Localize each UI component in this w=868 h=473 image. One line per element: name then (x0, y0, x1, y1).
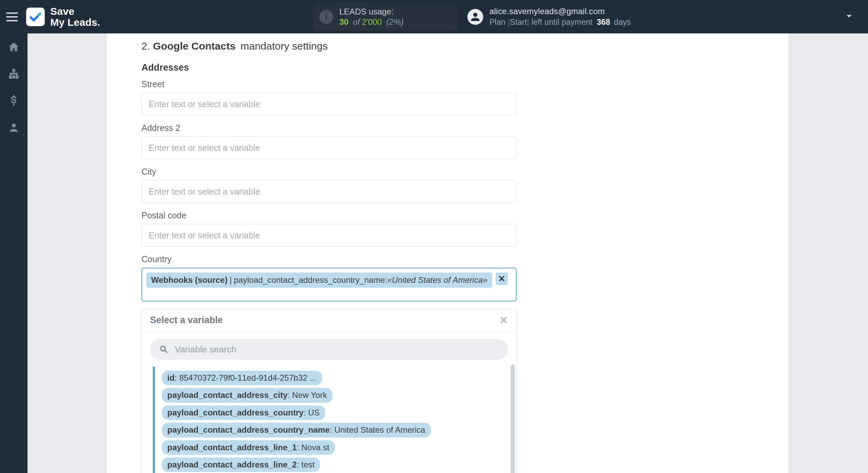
user-icon (8, 122, 20, 133)
dropdown-close-button[interactable]: ✕ (499, 314, 508, 326)
menu-toggle-button[interactable] (6, 10, 19, 23)
brand-line-2: My Leads. (50, 17, 100, 28)
label-city: City (141, 167, 517, 177)
brand-title: Save My Leads. (50, 6, 100, 28)
label-address2: Address 2 (141, 123, 517, 133)
label-postal: Postal code (141, 210, 517, 220)
dropdown-title: Select a variable (150, 315, 223, 326)
search-icon (159, 345, 169, 354)
settings-card: 2. Google Contacts mandatory settings Ad… (107, 33, 788, 473)
variable-search-box[interactable] (150, 339, 508, 360)
variable-option[interactable]: payload_contact_address_city: New York (162, 388, 508, 402)
field-city: City (141, 167, 517, 203)
chevron-down-icon (844, 11, 854, 21)
account-panel[interactable]: alice.savemyleads@gmail.com Plan |Start|… (467, 6, 631, 27)
input-city[interactable] (141, 180, 517, 203)
section-title: 2. Google Contacts mandatory settings (141, 40, 733, 52)
svg-point-0 (12, 123, 15, 127)
topbar: Save My Leads. i LEADS usage: 30 of2'000… (0, 0, 868, 33)
home-icon (8, 41, 20, 53)
dropdown-header: Select a variable ✕ (142, 309, 516, 331)
plan-line: Plan |Start| left until payment 368 days (489, 17, 631, 27)
main-area: 2. Google Contacts mandatory settings Ad… (28, 33, 868, 473)
usage-label: LEADS usage: (339, 7, 404, 17)
nav-home[interactable] (0, 33, 28, 60)
variable-option[interactable]: id: 85470372-79f0-11ed-91d4-257b32 ... (162, 371, 508, 385)
variable-option[interactable]: payload_contact_address_country: US (162, 405, 508, 420)
variable-list[interactable]: id: 85470372-79f0-11ed-91d4-257b32 ...pa… (153, 367, 508, 473)
user-avatar (467, 9, 483, 25)
dollar-icon (8, 95, 20, 106)
field-country: Country Webhooks (source) | payload_cont… (141, 254, 517, 301)
variable-option[interactable]: payload_contact_address_line_1: Nova st (162, 440, 508, 455)
usage-values: 30 of2'000 (2%) (339, 17, 404, 27)
country-tag[interactable]: Webhooks (source) | payload_contact_addr… (146, 273, 492, 288)
label-street: Street (141, 79, 517, 89)
variable-dropdown: Select a variable ✕ id: 85470372-79f0-11… (141, 309, 517, 473)
input-address2[interactable] (141, 136, 517, 159)
sitemap-icon (8, 68, 20, 80)
input-country[interactable]: Webhooks (source) | payload_contact_addr… (141, 268, 517, 301)
sidebar (0, 33, 28, 473)
brand-line-1: Save (50, 6, 74, 17)
variable-option[interactable]: payload_contact_address_line_2: test (162, 457, 508, 472)
variable-option[interactable]: payload_contact_address_country_name: Un… (162, 423, 508, 437)
field-street: Street (141, 79, 517, 115)
account-chevron[interactable] (844, 11, 854, 23)
input-street[interactable] (141, 93, 517, 115)
checkmark-logo-icon (29, 10, 42, 24)
variable-search-input[interactable] (175, 344, 499, 355)
dropdown-scrollbar[interactable] (511, 364, 515, 473)
input-postal[interactable] (141, 224, 517, 247)
remove-tag-button[interactable]: ✕ (496, 273, 508, 285)
field-address2: Address 2 (141, 123, 517, 159)
label-country: Country (141, 254, 517, 264)
nav-billing[interactable] (0, 87, 28, 114)
leads-usage-panel: i LEADS usage: 30 of2'000 (2%) (313, 3, 458, 31)
nav-account[interactable] (0, 114, 28, 141)
nav-integrations[interactable] (0, 60, 28, 87)
app-logo[interactable] (26, 8, 45, 26)
info-icon: i (319, 10, 333, 24)
field-postal: Postal code (141, 210, 517, 247)
account-email: alice.savemyleads@gmail.com (489, 6, 631, 17)
addresses-heading: Addresses (141, 62, 733, 73)
